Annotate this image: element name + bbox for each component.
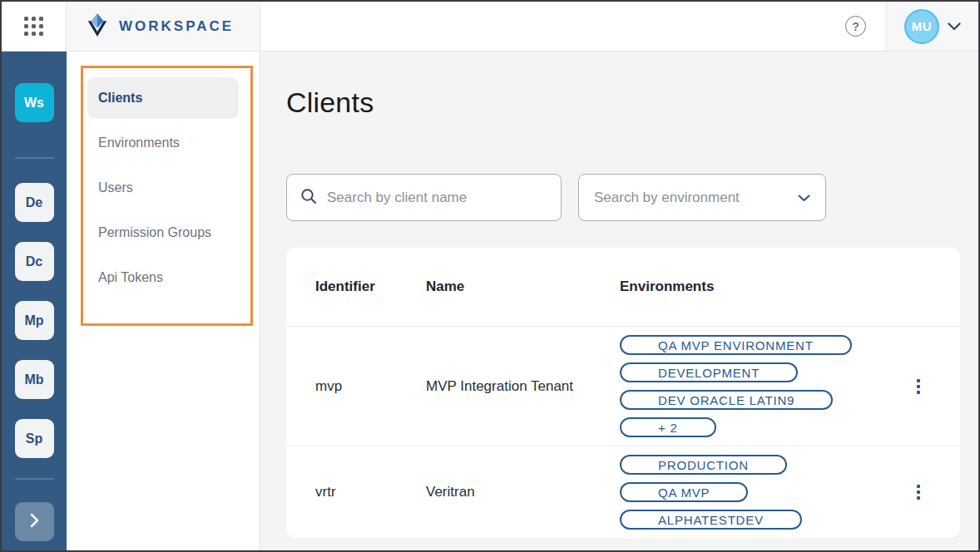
column-header-name: Name <box>426 278 620 295</box>
environment-pill: DEV ORACLE LATIN9 <box>620 390 833 410</box>
cell-name: Veritran <box>426 484 620 500</box>
chevron-down-icon <box>798 190 810 206</box>
sidebar-group-apps: DeDcMpMbSp <box>15 183 54 478</box>
secondary-nav: ClientsEnvironmentsUsersPermission Group… <box>67 52 260 550</box>
nav-item-api-tokens[interactable]: Api Tokens <box>87 257 239 298</box>
table-header: Identifier Name Environments <box>286 248 960 327</box>
cell-identifier: mvp <box>315 378 426 395</box>
workspace-logo-icon <box>85 12 110 42</box>
environment-pill: PRODUCTION <box>620 455 787 475</box>
row-actions-kebab-icon[interactable] <box>913 481 923 503</box>
sidebar-item-de[interactable]: De <box>15 183 54 222</box>
cell-identifier: vrtr <box>315 484 426 500</box>
page-title: Clients <box>286 86 978 119</box>
chevron-right-icon <box>30 513 39 531</box>
filters-row: Search by environment <box>286 174 978 221</box>
environment-filter-select[interactable]: Search by environment <box>578 174 826 221</box>
sidebar-item-mp[interactable]: Mp <box>15 301 54 340</box>
column-header-identifier: Identifier <box>315 278 426 295</box>
logo-text: WORKSPACE <box>119 18 234 35</box>
chevron-down-icon <box>948 19 961 34</box>
cell-actions <box>877 376 960 397</box>
app-window: WORKSPACE ? MU Ws DeDcMpMbSp <box>0 0 980 552</box>
sidebar-divider <box>15 478 54 480</box>
app-launcher-cell <box>2 2 67 51</box>
cell-actions <box>877 481 960 503</box>
client-search-box <box>286 174 562 221</box>
sidebar-item-dc[interactable]: Dc <box>15 242 54 281</box>
cell-environments: QA MVP ENVIRONMENTDEVELOPMENTDEV ORACLE … <box>620 335 877 437</box>
search-icon <box>300 188 317 208</box>
sidebar-group-top: Ws <box>15 83 54 142</box>
help-icon[interactable]: ? <box>845 16 866 37</box>
sidebar-expand-button[interactable] <box>15 502 54 541</box>
row-actions-kebab-icon[interactable] <box>913 376 923 397</box>
client-search-input[interactable] <box>327 190 547 206</box>
environment-pill: DEVELOPMENT <box>620 362 798 382</box>
nav-item-permission-groups[interactable]: Permission Groups <box>87 212 239 254</box>
top-bar-right: ? MU <box>260 2 978 51</box>
top-bar: WORKSPACE ? MU <box>2 2 978 52</box>
cell-environments: PRODUCTIONQA MVPALPHATESTDEV <box>620 455 877 530</box>
sidebar-item-mb[interactable]: Mb <box>15 360 54 399</box>
more-environments-pill[interactable]: + 2 <box>620 417 716 437</box>
user-menu[interactable]: MU <box>887 2 978 51</box>
apps-grid-icon[interactable] <box>24 17 43 36</box>
environment-filter-placeholder: Search by environment <box>594 190 740 206</box>
clients-table-card: Identifier Name Environments mvpMVP Inte… <box>286 248 960 538</box>
nav-item-users[interactable]: Users <box>87 167 239 209</box>
sidebar-item-sp[interactable]: Sp <box>15 419 54 458</box>
avatar: MU <box>904 9 939 44</box>
environment-pill: ALPHATESTDEV <box>620 510 802 530</box>
column-header-environments: Environments <box>620 278 960 295</box>
table-row: mvpMVP Integration TenantQA MVP ENVIRONM… <box>286 327 960 446</box>
table-row: vrtrVeritranPRODUCTIONQA MVPALPHATESTDEV <box>286 446 960 538</box>
table-body: mvpMVP Integration TenantQA MVP ENVIRONM… <box>286 327 960 538</box>
cell-name: MVP Integration Tenant <box>426 378 620 395</box>
logo-container[interactable]: WORKSPACE <box>67 2 260 51</box>
nav-item-environments[interactable]: Environments <box>87 122 239 164</box>
sidebar-rail: Ws DeDcMpMbSp <box>2 52 67 550</box>
sidebar-item-ws[interactable]: Ws <box>15 83 54 122</box>
environment-pill: QA MVP ENVIRONMENT <box>620 335 852 355</box>
body: Ws DeDcMpMbSp ClientsEnvironmentsUsersPe… <box>2 52 978 550</box>
secondary-nav-list: ClientsEnvironmentsUsersPermission Group… <box>67 77 260 298</box>
main-content: Clients Search by environment <box>260 52 978 550</box>
nav-item-clients[interactable]: Clients <box>87 77 239 119</box>
environment-pill: QA MVP <box>620 482 748 502</box>
sidebar-divider <box>15 157 54 159</box>
